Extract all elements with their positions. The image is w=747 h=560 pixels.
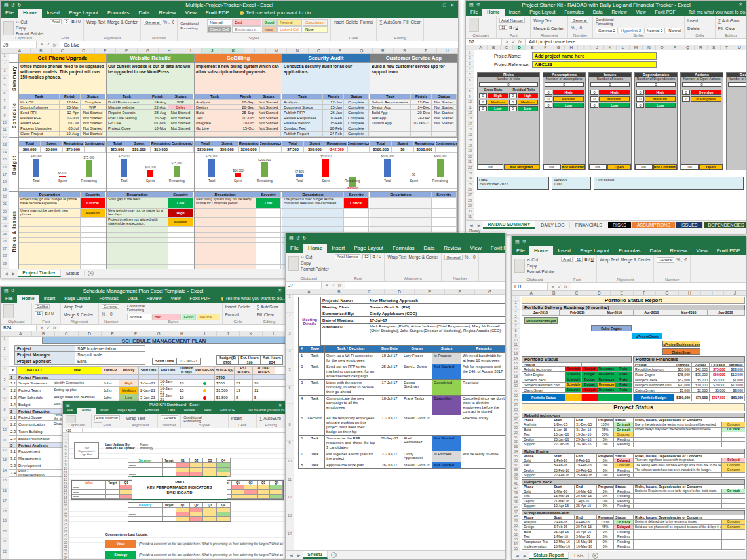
row-header-37[interactable]: 37 — [512, 463, 520, 468]
style-chip[interactable]: Good — [182, 314, 197, 320]
formula-input[interactable] — [83, 428, 286, 432]
select-all-corner[interactable] — [512, 291, 520, 295]
row-header-32[interactable]: 32 — [512, 439, 520, 444]
ribbon-tab-view[interactable]: View — [181, 9, 201, 18]
spreadsheet-grid[interactable]: Your Organisation's Logo HereLast Update… — [69, 433, 286, 559]
cut-button[interactable]: ✂ Cut — [301, 254, 329, 260]
close-icon[interactable]: ✕ — [450, 3, 454, 8]
row-header-6[interactable]: 6 — [466, 78, 474, 83]
paste-button[interactable] — [3, 304, 14, 318]
meeting-field-value[interactable]: New Marketing Approach — [368, 297, 505, 303]
meeting-field-value[interactable]: Mark Evergreen (PMO), Adina Jackson (Chi… — [368, 324, 505, 345]
row-header-11[interactable]: 11 — [286, 477, 294, 496]
style-chip[interactable]: Calculation — [303, 19, 328, 26]
row-header-35[interactable]: 35 — [512, 454, 520, 458]
enter-icon[interactable]: ✓ — [47, 42, 50, 47]
row-header-21[interactable]: 21 — [1, 539, 9, 549]
column-header-I[interactable]: I — [701, 291, 724, 295]
row-header-1[interactable]: 1 — [286, 295, 294, 313]
sheet-tab-issues[interactable]: ISSUES — [676, 222, 703, 228]
font-name-select[interactable]: Arial — [50, 19, 62, 24]
undo-icon[interactable]: ↺ — [11, 3, 15, 8]
row-header-27[interactable]: 27 — [466, 193, 474, 198]
font-name-select[interactable]: Arial — [561, 257, 573, 262]
font-name-select[interactable]: Arial Narrow — [94, 415, 120, 420]
column-header-C[interactable]: C — [354, 289, 385, 294]
ribbon-tab-file[interactable]: File — [286, 244, 303, 253]
italic-button[interactable]: I — [377, 255, 378, 259]
row-header-3[interactable]: 3 — [286, 331, 294, 350]
row-header-13[interactable]: 13 — [1, 143, 9, 150]
row-header-6[interactable]: 6 — [512, 319, 520, 324]
column-header-R[interactable]: R — [373, 48, 394, 53]
font-size-select[interactable]: 12 — [362, 254, 371, 259]
save-icon[interactable]: ▤ — [469, 2, 474, 7]
column-header-H[interactable]: H — [565, 45, 578, 50]
column-header-E[interactable]: E — [526, 45, 539, 50]
row-header-6[interactable]: 6 — [286, 386, 294, 404]
row-header-14[interactable]: 14 — [1, 468, 9, 478]
tell-me-search[interactable]: Tell me what you want to do... — [240, 10, 315, 16]
formula-input[interactable]: Add project name here — [526, 39, 746, 45]
ribbon-tab-formulas[interactable]: Formulas — [103, 9, 134, 18]
ribbon-tab-insert[interactable]: Insert — [327, 244, 349, 253]
row-header-12[interactable]: 12 — [286, 495, 294, 513]
style-chip[interactable]: Bad — [152, 314, 181, 320]
sheet-tab-dependencies[interactable]: DEPENDENCIES — [704, 222, 746, 228]
row-header-34[interactable]: 34 — [63, 555, 68, 559]
enter-icon[interactable]: ✓ — [332, 283, 335, 288]
ribbon-tab-foxit-pdf[interactable]: Foxit PDF — [651, 9, 680, 16]
fx-icon[interactable]: fx — [53, 326, 56, 330]
merge-center-button[interactable]: Merge & Center — [64, 312, 94, 318]
sheet-tab-project-tracker[interactable]: Project Tracker — [18, 270, 61, 277]
ribbon-tab-insert[interactable]: Insert — [553, 246, 575, 255]
row-header-15[interactable]: 15 — [1, 478, 9, 488]
row-header-8[interactable]: 8 — [1, 407, 9, 417]
style-chip[interactable]: Check Cell — [207, 26, 231, 33]
row-header-22[interactable]: 22 — [1, 210, 9, 217]
ribbon-tab-review[interactable]: Review — [142, 295, 166, 303]
new-sheet-icon[interactable]: + — [88, 271, 94, 276]
style-chip[interactable]: Neutral — [197, 314, 219, 320]
style-chip[interactable]: Normal — [127, 314, 151, 320]
row-header-55[interactable]: 55 — [512, 546, 520, 551]
row-header-8[interactable]: 8 — [512, 329, 520, 333]
minimize-icon[interactable]: ─ — [435, 3, 438, 8]
column-header-J[interactable]: J — [591, 45, 604, 50]
column-header-E[interactable]: E — [102, 331, 125, 336]
ribbon-tab-home[interactable]: Home — [17, 295, 39, 303]
sheet-tab-bar[interactable]: ◀▶Status ReportLists+ — [512, 551, 746, 559]
row-header-14[interactable]: 14 — [286, 532, 294, 550]
tab-scroll-left-icon[interactable]: ◀ — [514, 553, 521, 558]
column-header-A[interactable]: A — [9, 48, 31, 53]
fill-button[interactable]: Fill — [257, 312, 262, 318]
row-header-50[interactable]: 50 — [512, 523, 520, 528]
cut-button[interactable]: ✂ Cut — [16, 19, 44, 25]
ribbon-tab-file[interactable]: File — [1, 295, 17, 303]
quick-access-toolbar[interactable]: ▤↺↻ — [1, 3, 21, 8]
ribbon-tab-data[interactable]: Data — [645, 246, 665, 255]
sheet-tab-status-report[interactable]: Status Report — [529, 552, 569, 559]
number-format-select[interactable]: General — [102, 304, 119, 309]
row-header-8[interactable]: 8 — [1, 105, 9, 113]
underline-button[interactable]: U — [379, 255, 381, 259]
row-header-5[interactable]: 5 — [1, 83, 9, 90]
row-header-8[interactable]: 8 — [286, 422, 294, 441]
tab-scroll-right-icon[interactable]: ▶ — [522, 553, 529, 558]
column-header-Q[interactable]: Q — [681, 45, 695, 50]
copy-button[interactable]: Copy — [527, 263, 555, 269]
tab-scroll-right-icon[interactable]: ▶ — [296, 553, 303, 557]
underline-button[interactable]: U — [51, 312, 54, 316]
paste-button[interactable] — [514, 259, 525, 273]
row-header-2[interactable]: 2 — [286, 313, 294, 331]
formula-input[interactable]: Go Live — [60, 41, 458, 48]
ribbon-tab-formulas[interactable]: Formulas — [388, 244, 419, 253]
row-header-21[interactable]: 21 — [1, 202, 9, 209]
row-header-47[interactable]: 47 — [512, 510, 520, 514]
row-header-15[interactable]: 15 — [1, 157, 9, 164]
italic-button[interactable]: I — [513, 26, 514, 29]
meeting-field-value[interactable]: Cindy Applebaum (COO) — [368, 310, 505, 316]
save-icon[interactable]: ▤ — [4, 288, 9, 293]
italic-button[interactable]: I — [588, 257, 590, 261]
style-chip[interactable]: Linked Cell — [277, 26, 302, 33]
